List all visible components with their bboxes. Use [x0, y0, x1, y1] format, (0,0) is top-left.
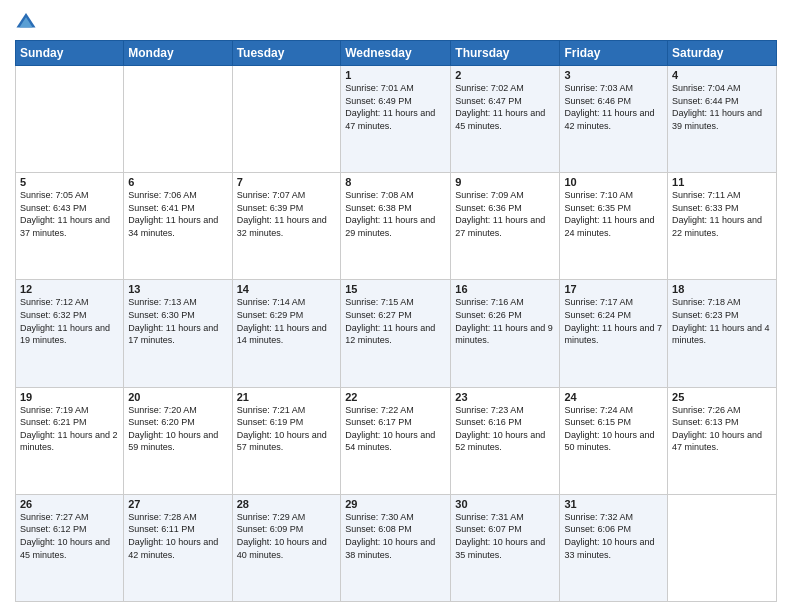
- header: [15, 10, 777, 32]
- day-info: Daylight: 11 hours and 4 minutes.: [672, 322, 772, 347]
- day-header-friday: Friday: [560, 41, 668, 66]
- day-info: Daylight: 10 hours and 50 minutes.: [564, 429, 663, 454]
- week-row-3: 19Sunrise: 7:19 AMSunset: 6:21 PMDayligh…: [16, 387, 777, 494]
- day-info: Sunset: 6:15 PM: [564, 416, 663, 429]
- day-info: Sunset: 6:38 PM: [345, 202, 446, 215]
- day-info: Sunset: 6:46 PM: [564, 95, 663, 108]
- day-info: Sunset: 6:32 PM: [20, 309, 119, 322]
- day-info: Sunrise: 7:06 AM: [128, 189, 227, 202]
- day-info: Daylight: 11 hours and 39 minutes.: [672, 107, 772, 132]
- day-number: 12: [20, 283, 119, 295]
- day-info: Daylight: 11 hours and 47 minutes.: [345, 107, 446, 132]
- day-info: Daylight: 11 hours and 27 minutes.: [455, 214, 555, 239]
- day-info: Daylight: 11 hours and 2 minutes.: [20, 429, 119, 454]
- calendar-cell: [668, 494, 777, 601]
- week-row-2: 12Sunrise: 7:12 AMSunset: 6:32 PMDayligh…: [16, 280, 777, 387]
- day-number: 25: [672, 391, 772, 403]
- day-info: Sunrise: 7:30 AM: [345, 511, 446, 524]
- calendar-cell: 11Sunrise: 7:11 AMSunset: 6:33 PMDayligh…: [668, 173, 777, 280]
- day-number: 5: [20, 176, 119, 188]
- day-number: 18: [672, 283, 772, 295]
- day-info: Sunrise: 7:20 AM: [128, 404, 227, 417]
- calendar-cell: [16, 66, 124, 173]
- day-header-saturday: Saturday: [668, 41, 777, 66]
- day-info: Sunset: 6:13 PM: [672, 416, 772, 429]
- calendar-cell: 6Sunrise: 7:06 AMSunset: 6:41 PMDaylight…: [124, 173, 232, 280]
- day-info: Daylight: 10 hours and 45 minutes.: [20, 536, 119, 561]
- calendar-cell: 19Sunrise: 7:19 AMSunset: 6:21 PMDayligh…: [16, 387, 124, 494]
- day-info: Sunset: 6:23 PM: [672, 309, 772, 322]
- week-row-1: 5Sunrise: 7:05 AMSunset: 6:43 PMDaylight…: [16, 173, 777, 280]
- day-info: Sunrise: 7:08 AM: [345, 189, 446, 202]
- calendar-cell: [232, 66, 341, 173]
- day-info: Daylight: 11 hours and 17 minutes.: [128, 322, 227, 347]
- day-info: Sunset: 6:35 PM: [564, 202, 663, 215]
- day-info: Sunset: 6:19 PM: [237, 416, 337, 429]
- day-info: Sunrise: 7:29 AM: [237, 511, 337, 524]
- day-number: 20: [128, 391, 227, 403]
- day-number: 2: [455, 69, 555, 81]
- day-info: Sunrise: 7:10 AM: [564, 189, 663, 202]
- day-info: Daylight: 11 hours and 12 minutes.: [345, 322, 446, 347]
- day-info: Daylight: 11 hours and 7 minutes.: [564, 322, 663, 347]
- calendar-cell: 23Sunrise: 7:23 AMSunset: 6:16 PMDayligh…: [451, 387, 560, 494]
- calendar-cell: 14Sunrise: 7:14 AMSunset: 6:29 PMDayligh…: [232, 280, 341, 387]
- day-info: Sunrise: 7:14 AM: [237, 296, 337, 309]
- day-info: Sunrise: 7:17 AM: [564, 296, 663, 309]
- day-info: Sunrise: 7:18 AM: [672, 296, 772, 309]
- day-info: Daylight: 10 hours and 38 minutes.: [345, 536, 446, 561]
- logo-icon: [15, 10, 37, 32]
- day-info: Sunset: 6:30 PM: [128, 309, 227, 322]
- day-info: Sunset: 6:09 PM: [237, 523, 337, 536]
- day-info: Sunrise: 7:07 AM: [237, 189, 337, 202]
- day-number: 21: [237, 391, 337, 403]
- calendar-cell: 18Sunrise: 7:18 AMSunset: 6:23 PMDayligh…: [668, 280, 777, 387]
- calendar-cell: 24Sunrise: 7:24 AMSunset: 6:15 PMDayligh…: [560, 387, 668, 494]
- day-info: Sunset: 6:29 PM: [237, 309, 337, 322]
- day-info: Sunset: 6:33 PM: [672, 202, 772, 215]
- calendar-cell: 17Sunrise: 7:17 AMSunset: 6:24 PMDayligh…: [560, 280, 668, 387]
- day-header-sunday: Sunday: [16, 41, 124, 66]
- day-info: Sunrise: 7:23 AM: [455, 404, 555, 417]
- day-info: Sunset: 6:17 PM: [345, 416, 446, 429]
- day-info: Sunset: 6:07 PM: [455, 523, 555, 536]
- day-info: Sunrise: 7:19 AM: [20, 404, 119, 417]
- day-number: 11: [672, 176, 772, 188]
- day-number: 13: [128, 283, 227, 295]
- day-number: 9: [455, 176, 555, 188]
- calendar-cell: 25Sunrise: 7:26 AMSunset: 6:13 PMDayligh…: [668, 387, 777, 494]
- header-row: SundayMondayTuesdayWednesdayThursdayFrid…: [16, 41, 777, 66]
- day-number: 22: [345, 391, 446, 403]
- day-number: 27: [128, 498, 227, 510]
- day-info: Daylight: 11 hours and 9 minutes.: [455, 322, 555, 347]
- day-number: 4: [672, 69, 772, 81]
- day-header-monday: Monday: [124, 41, 232, 66]
- day-info: Daylight: 10 hours and 54 minutes.: [345, 429, 446, 454]
- day-number: 30: [455, 498, 555, 510]
- day-info: Sunrise: 7:03 AM: [564, 82, 663, 95]
- day-info: Daylight: 10 hours and 59 minutes.: [128, 429, 227, 454]
- day-info: Sunrise: 7:24 AM: [564, 404, 663, 417]
- day-info: Daylight: 11 hours and 24 minutes.: [564, 214, 663, 239]
- calendar-table: SundayMondayTuesdayWednesdayThursdayFrid…: [15, 40, 777, 602]
- day-info: Sunset: 6:26 PM: [455, 309, 555, 322]
- day-info: Sunrise: 7:32 AM: [564, 511, 663, 524]
- calendar-cell: 2Sunrise: 7:02 AMSunset: 6:47 PMDaylight…: [451, 66, 560, 173]
- day-info: Sunrise: 7:21 AM: [237, 404, 337, 417]
- logo: [15, 10, 39, 32]
- day-info: Sunset: 6:21 PM: [20, 416, 119, 429]
- day-info: Sunset: 6:11 PM: [128, 523, 227, 536]
- day-info: Daylight: 11 hours and 42 minutes.: [564, 107, 663, 132]
- day-number: 1: [345, 69, 446, 81]
- week-row-0: 1Sunrise: 7:01 AMSunset: 6:49 PMDaylight…: [16, 66, 777, 173]
- day-info: Sunrise: 7:27 AM: [20, 511, 119, 524]
- day-number: 3: [564, 69, 663, 81]
- day-number: 17: [564, 283, 663, 295]
- day-info: Sunrise: 7:02 AM: [455, 82, 555, 95]
- day-number: 24: [564, 391, 663, 403]
- day-info: Daylight: 10 hours and 42 minutes.: [128, 536, 227, 561]
- day-info: Sunset: 6:49 PM: [345, 95, 446, 108]
- day-number: 19: [20, 391, 119, 403]
- calendar-cell: 16Sunrise: 7:16 AMSunset: 6:26 PMDayligh…: [451, 280, 560, 387]
- day-info: Daylight: 10 hours and 57 minutes.: [237, 429, 337, 454]
